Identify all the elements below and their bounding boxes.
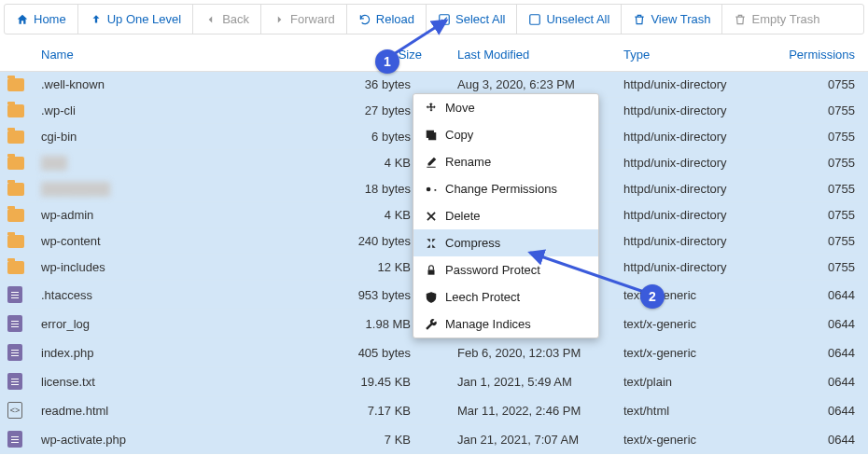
- copy-icon: [425, 129, 438, 142]
- lm-cell: Jan 21, 2021, 7:07 AM: [429, 425, 616, 454]
- perm-cell: 0644: [775, 425, 868, 454]
- type-cell: text/x-generic: [616, 310, 775, 338]
- name-cell[interactable]: wp-includes: [34, 255, 336, 281]
- name-cell[interactable]: ███: [34, 150, 336, 176]
- type-cell: text/html: [616, 396, 775, 425]
- home-button[interactable]: Home: [5, 5, 78, 34]
- ctx-delete[interactable]: Delete: [413, 202, 598, 229]
- compress-icon: [425, 237, 438, 250]
- perm-cell: 0644: [775, 367, 868, 396]
- unselect-all-button[interactable]: Unselect All: [517, 5, 622, 34]
- forward-button[interactable]: Forward: [261, 5, 347, 34]
- name-cell[interactable]: error_log: [34, 310, 336, 338]
- delete-icon: [425, 210, 438, 223]
- ctx-rename[interactable]: Rename: [413, 148, 598, 175]
- name-cell[interactable]: ████████: [34, 176, 336, 202]
- col-perm[interactable]: Permissions: [775, 38, 868, 72]
- perm-cell: 0644: [775, 396, 868, 425]
- ctx-copy[interactable]: Copy: [413, 121, 598, 148]
- folder-icon: [7, 261, 24, 274]
- table-row[interactable]: index.php405 bytesFeb 6, 2020, 12:03 PMt…: [0, 338, 868, 367]
- view-trash-button[interactable]: View Trash: [622, 5, 722, 34]
- name-cell[interactable]: license.txt: [34, 367, 336, 396]
- type-cell: httpd/unix-directory: [616, 176, 775, 202]
- ctx-change-permissions[interactable]: Change Permissions: [413, 175, 598, 202]
- name-cell[interactable]: wp-activate.php: [34, 425, 336, 454]
- empty-trash-button[interactable]: Empty Trash: [722, 5, 831, 34]
- select-all-label: Select All: [455, 12, 505, 26]
- perm-cell: 0755: [775, 72, 868, 98]
- perm-cell: 0755: [775, 176, 868, 202]
- name-cell[interactable]: .well-known: [34, 72, 336, 98]
- perm-cell: 0644: [775, 338, 868, 367]
- svg-line-6: [394, 21, 446, 54]
- folder-icon: [7, 78, 24, 91]
- svg-rect-1: [530, 14, 540, 24]
- col-type[interactable]: Type: [616, 38, 775, 72]
- reload-icon: [358, 13, 371, 26]
- file-name: ████████: [41, 182, 110, 196]
- up-icon: [90, 13, 103, 26]
- type-cell: httpd/unix-directory: [616, 202, 775, 228]
- file-name: ███: [41, 156, 67, 170]
- shield-icon: [425, 291, 438, 304]
- folder-icon: [7, 104, 24, 117]
- file-icon: [7, 286, 22, 303]
- lock-icon: [425, 264, 438, 277]
- perm-cell: 0755: [775, 124, 868, 150]
- file-name: license.txt: [41, 375, 95, 389]
- file-icon: [7, 315, 22, 332]
- col-lm[interactable]: Last Modified: [429, 38, 616, 72]
- svg-rect-3: [427, 131, 433, 137]
- ctx-move[interactable]: Move: [413, 94, 598, 121]
- size-cell: 7 KB: [336, 425, 429, 454]
- file-name: error_log: [41, 317, 90, 331]
- svg-line-7: [530, 253, 644, 292]
- file-name: cgi-bin: [41, 130, 77, 144]
- perm-cell: 0755: [775, 98, 868, 124]
- up-button[interactable]: Up One Level: [78, 5, 194, 34]
- name-cell[interactable]: wp-admin: [34, 202, 336, 228]
- size-cell: 19.45 KB: [336, 367, 429, 396]
- name-cell[interactable]: readme.html: [34, 396, 336, 425]
- table-row[interactable]: <>readme.html7.17 KBMar 11, 2022, 2:46 P…: [0, 396, 868, 425]
- name-cell[interactable]: wp-content: [34, 228, 336, 255]
- name-cell[interactable]: .htaccess: [34, 281, 336, 310]
- file-icon: [7, 431, 22, 448]
- table-row[interactable]: license.txt19.45 KBJan 1, 2021, 5:49 AMt…: [0, 367, 868, 396]
- file-icon: [7, 344, 22, 361]
- folder-icon: [7, 183, 24, 196]
- view-trash-label: View Trash: [651, 12, 710, 26]
- lm-cell: Mar 11, 2022, 2:46 PM: [429, 396, 616, 425]
- svg-rect-5: [428, 269, 435, 274]
- col-name[interactable]: Name: [34, 38, 336, 72]
- unselect-all-label: Unselect All: [546, 12, 609, 26]
- file-name: wp-admin: [41, 208, 93, 222]
- table-row[interactable]: wp-activate.php7 KBJan 21, 2021, 7:07 AM…: [0, 425, 868, 454]
- file-name: wp-includes: [41, 260, 105, 274]
- rename-icon: [425, 156, 438, 169]
- name-cell[interactable]: cgi-bin: [34, 124, 336, 150]
- type-cell: httpd/unix-directory: [616, 150, 775, 176]
- home-label: Home: [34, 12, 66, 26]
- folder-icon: [7, 131, 24, 144]
- type-cell: text/x-generic: [616, 425, 775, 454]
- annotation-arrow-2: [523, 247, 653, 298]
- ctx-manage-indices[interactable]: Manage Indices: [413, 310, 598, 338]
- file-name: .wp-cli: [41, 103, 76, 117]
- svg-point-4: [427, 186, 431, 191]
- back-button[interactable]: Back: [193, 5, 261, 34]
- forward-icon: [273, 13, 286, 26]
- annotation-arrow-1: [390, 15, 455, 62]
- unselect-all-icon: [528, 13, 541, 26]
- forward-label: Forward: [290, 12, 335, 26]
- wrench-icon: [425, 318, 438, 331]
- name-cell[interactable]: index.php: [34, 338, 336, 367]
- file-name: .htaccess: [41, 288, 92, 302]
- type-cell: text/x-generic: [616, 338, 775, 367]
- type-cell: httpd/unix-directory: [616, 124, 775, 150]
- name-cell[interactable]: .wp-cli: [34, 98, 336, 124]
- perm-cell: 0644: [775, 281, 868, 310]
- type-cell: httpd/unix-directory: [616, 72, 775, 98]
- perm-cell: 0755: [775, 150, 868, 176]
